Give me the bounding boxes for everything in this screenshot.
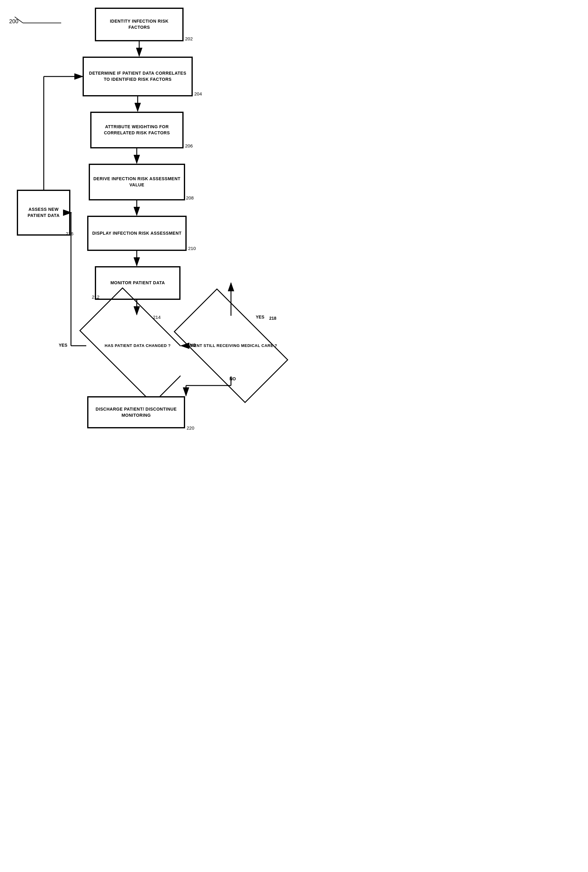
label-204: 204 — [194, 91, 202, 96]
label-218: 218 — [269, 316, 276, 321]
box-discharge: DISCHARGE PATIENT/ DISCONTINUE MONITORIN… — [87, 396, 185, 428]
diamond-step7: HAS PATIENT DATA CHANGED ? — [86, 315, 190, 376]
box-assess: ASSESS NEW PATIENT DATA — [17, 190, 70, 236]
label-206: 206 — [185, 143, 193, 149]
flowchart-diagram: 200 IDENTITY INFECTION RISK FACTORS 202 … — [0, 0, 294, 436]
box-step5: DISPLAY INFECTION RISK ASSESSMENT — [87, 216, 187, 251]
label-220: 220 — [187, 425, 194, 431]
box-step2: DETERMINE IF PATIENT DATA CORRELATES TO … — [82, 57, 193, 96]
yes-top-label: YES — [256, 315, 264, 320]
label-216: 216 — [66, 231, 74, 236]
no-bottom-label: NO — [230, 376, 236, 381]
diamond-step8: PATIENT STILL RECEIVING MEDICAL CARE ? — [180, 315, 282, 376]
label-214: 214 — [153, 315, 160, 320]
label-212: 212 — [92, 294, 99, 300]
label-208: 208 — [186, 195, 194, 200]
box-step4: DERIVE INFECTION RISK ASSESSMENT VALUE — [89, 164, 185, 200]
diamond-label-2: PATIENT STILL RECEIVING MEDICAL CARE ? — [185, 343, 277, 348]
label-210: 210 — [188, 246, 196, 251]
yes-left-label: YES — [59, 343, 67, 348]
diamond-label-1: HAS PATIENT DATA CHANGED ? — [105, 343, 171, 348]
box-step6: MONITOR PATIENT DATA — [95, 266, 180, 300]
box-step1: IDENTITY INFECTION RISK FACTORS — [95, 8, 183, 41]
box-step3: ATTRIBUTE WEIGHTING FOR CORRELATED RISK … — [90, 112, 183, 149]
figure-label: 200 — [9, 18, 18, 25]
label-202: 202 — [185, 36, 193, 41]
